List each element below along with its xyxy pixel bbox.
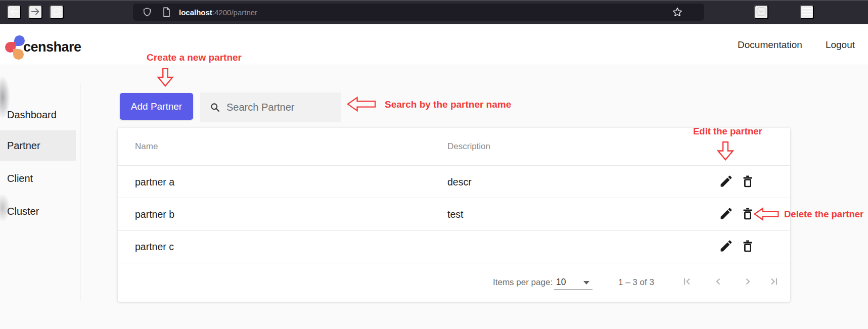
column-header-description: Description <box>447 142 490 152</box>
partner-table-card: Name Description partner a descr partner… <box>118 128 790 302</box>
first-page-button[interactable] <box>680 275 694 290</box>
page-range-label: 1 – 3 of 3 <box>618 277 654 288</box>
url-host: localhost <box>179 8 212 17</box>
delete-partner-button[interactable] <box>740 174 755 190</box>
shield-icon[interactable] <box>142 7 152 17</box>
table-row: partner a descr <box>118 166 790 198</box>
sidebar-item-cluster[interactable]: Cluster <box>0 196 76 226</box>
sidebar-item-dashboard[interactable]: Dashboard <box>0 100 76 130</box>
annotation-search-partner: Search by the partner name <box>385 99 511 110</box>
censhare-logo: censhare <box>5 35 126 61</box>
sidebar-item-label: Cluster <box>7 206 39 217</box>
partner-name: partner a <box>135 176 174 187</box>
browser-toolbar: localhost:4200/partner <box>0 0 868 24</box>
logo-petal-orange <box>13 49 24 60</box>
previous-page-button[interactable] <box>711 275 725 290</box>
table-row: partner b test <box>118 198 790 230</box>
column-header-name: Name <box>135 142 158 152</box>
edit-pencil-icon <box>719 206 734 222</box>
header-nav: Documentation Logout <box>738 24 855 65</box>
delete-partner-button[interactable] <box>740 239 755 254</box>
paginator: Items per page: 10 1 – 3 of 3 <box>118 263 790 302</box>
forward-button[interactable] <box>28 5 42 19</box>
edit-partner-button[interactable] <box>718 239 734 254</box>
row-actions <box>718 239 755 254</box>
pocket-button[interactable] <box>754 5 768 19</box>
next-page-icon <box>742 275 754 289</box>
page-size-value: 10 <box>556 277 566 288</box>
previous-page-icon <box>712 275 724 289</box>
sidebar-item-label: Dashboard <box>7 109 57 120</box>
sidebar-item-client[interactable]: Client <box>0 163 76 194</box>
partner-name: partner c <box>135 241 174 253</box>
sidebar-item-label: Client <box>7 173 33 184</box>
forward-arrow-icon <box>30 6 41 19</box>
bookmark-star-button[interactable] <box>672 7 683 18</box>
table-row: partner c <box>118 231 790 263</box>
edit-partner-button[interactable] <box>718 174 734 190</box>
menu-icon <box>801 6 813 19</box>
annotation-delete-partner: Delete the partner <box>784 209 863 220</box>
arrow-down-icon <box>717 141 734 163</box>
edit-pencil-icon <box>719 174 734 190</box>
back-button[interactable] <box>7 5 21 19</box>
reload-icon <box>52 7 62 18</box>
page-size-select[interactable]: 10 <box>554 275 592 290</box>
dropdown-arrow-icon <box>583 281 589 285</box>
url-text: localhost:4200/partner <box>179 8 257 17</box>
reload-button[interactable] <box>50 5 64 19</box>
first-page-icon <box>681 275 693 289</box>
annotation-create-partner: Create a new partner <box>147 52 242 63</box>
edit-partner-button[interactable] <box>718 207 734 222</box>
table-header-row: Name Description <box>118 128 790 166</box>
page-icon[interactable] <box>162 7 171 17</box>
last-page-icon <box>768 275 780 289</box>
sidebar-item-label: Partner <box>7 140 40 151</box>
delete-trash-icon <box>741 239 755 255</box>
delete-partner-button[interactable] <box>740 207 755 222</box>
back-arrow-icon <box>9 6 20 19</box>
pocket-icon <box>755 6 767 19</box>
partner-description: descr <box>447 176 472 187</box>
delete-trash-icon <box>741 174 755 190</box>
url-bar[interactable]: localhost:4200/partner <box>133 4 704 21</box>
arrow-down-icon <box>156 68 174 89</box>
search-field[interactable] <box>200 92 341 122</box>
url-path: :4200/partner <box>212 8 257 17</box>
last-page-button[interactable] <box>767 275 781 290</box>
sidebar-divider <box>80 83 80 301</box>
row-actions <box>718 207 755 222</box>
items-per-page-label: Items per page: <box>493 277 553 288</box>
app-header: censhare Documentation Logout <box>0 24 868 65</box>
search-icon <box>210 102 220 113</box>
next-page-button[interactable] <box>741 275 755 290</box>
delete-trash-icon <box>741 206 755 222</box>
screen: localhost:4200/partner censhare Document… <box>0 0 868 329</box>
menu-button[interactable] <box>800 5 814 19</box>
annotation-edit-partner: Edit the partner <box>693 126 762 137</box>
sidebar-item-partner[interactable]: Partner <box>0 130 76 161</box>
partner-name: partner b <box>135 208 174 220</box>
row-actions <box>718 174 755 190</box>
edit-pencil-icon <box>719 239 734 255</box>
documentation-link[interactable]: Documentation <box>738 39 802 51</box>
arrow-left-icon <box>754 206 779 224</box>
partner-description: test <box>447 208 463 220</box>
logout-link[interactable]: Logout <box>826 39 855 51</box>
add-partner-button[interactable]: Add Partner <box>120 93 193 120</box>
arrow-left-icon <box>347 96 376 115</box>
search-input[interactable] <box>225 101 361 114</box>
brand-wordmark: censhare <box>23 39 81 55</box>
